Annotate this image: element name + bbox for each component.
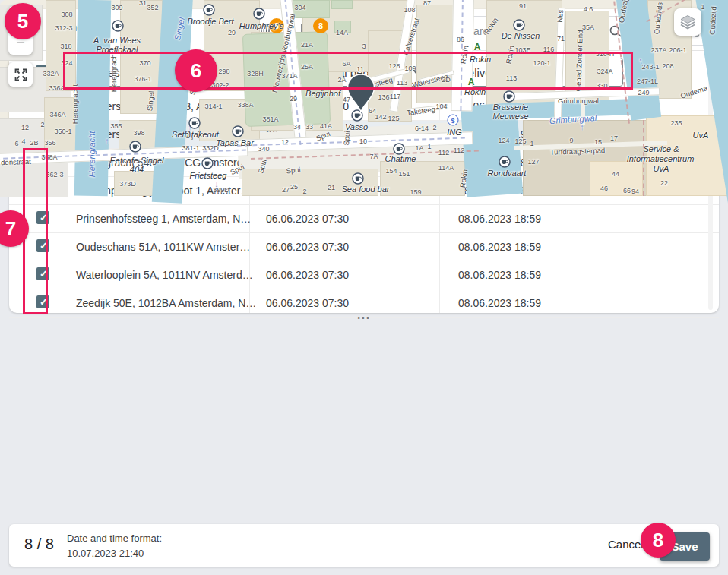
records-panel: Settings 8 8 — [9, 9, 719, 313]
begin-cell: 06.06.2023 07:30 — [266, 213, 458, 225]
search-icon — [608, 24, 623, 39]
map-house-number: 87 — [423, 0, 431, 7]
row-checkbox[interactable] — [36, 127, 49, 140]
end-cell: 08.06.2023 18:59 — [458, 156, 719, 169]
annotation-step-6: 6 — [175, 49, 217, 92]
row-checkbox-cell — [9, 155, 76, 170]
toolbar-divider-2 — [641, 14, 641, 46]
add-record-button[interactable] — [121, 15, 151, 46]
select-all-checkbox[interactable] — [36, 65, 49, 77]
row-checkbox[interactable] — [36, 99, 49, 112]
fullscreen-button[interactable] — [8, 62, 33, 87]
map-layers-button[interactable] — [674, 8, 701, 36]
address-cell: Zeedijk 50E, 1012BA Amsterdam, N… — [76, 297, 266, 309]
address-cell: Waterlooplein 5A, 1011NV Amsterd… — [76, 269, 266, 281]
table-row[interactable]: Oudeschans 51A, 1011KW Amster…06.06.2023… — [9, 233, 719, 261]
row-checkbox-cell — [9, 267, 76, 283]
address-cell: Prinsenhofssteeg 1, Amsterdam, N… — [76, 213, 266, 225]
table-row[interactable]: Reguliersdwarsstraat 33, Amsterda…06.06.… — [9, 93, 719, 121]
end-cell: 08.06.2023 18:59 — [458, 185, 719, 197]
end-cell: 08.06.2023 18:59 — [458, 297, 719, 309]
undo-button[interactable] — [207, 15, 237, 46]
table-row[interactable]: Herengracht 548, 1017CG Amsterd…06.06.20… — [9, 149, 719, 177]
row-checkbox-cell — [9, 295, 76, 311]
splitter-handle[interactable]: ••• — [0, 311, 728, 323]
table-row[interactable]: Prinsenhofssteeg 1, Amsterdam, N…06.06.2… — [9, 205, 719, 233]
table-row[interactable]: Waterlooplein 5A, 1011NV Amsterd…06.06.2… — [9, 261, 719, 289]
search-input[interactable] — [450, 25, 608, 37]
chevron-down-icon — [413, 70, 420, 74]
column-label: Delivery interval end — [460, 66, 563, 79]
column-label: Address — [84, 66, 125, 79]
vertical-scrollbar[interactable] — [708, 55, 713, 310]
footer-bar: 8 / 8 Date and time format: 10.07.2023 2… — [9, 524, 719, 567]
row-checkbox[interactable] — [36, 239, 49, 252]
end-cell: 08.06.2023 19:00 — [458, 100, 719, 112]
row-checkbox-cell — [9, 183, 76, 198]
save-badge: 8 — [313, 18, 328, 33]
toolbar-divider — [108, 14, 109, 46]
add-column-button[interactable] — [163, 15, 194, 46]
cancel-button[interactable]: Cancel — [608, 538, 644, 551]
row-checkbox-cell — [9, 127, 76, 142]
map-house-number: 31 — [139, 0, 147, 7]
datetime-format-value: 10.07.2023 21:40 — [67, 546, 162, 561]
address-cell: Reguliersdwarsstraat 33, Amsterda… — [76, 100, 266, 112]
begin-cell: 06.06.2023 07:30 — [266, 241, 458, 253]
chevron-down-icon — [604, 70, 612, 74]
settings-label: Settings — [48, 21, 89, 33]
column-selector-end[interactable]: Delivery interval end — [448, 58, 623, 87]
address-cell: Reguliersdwarsstraat 20, 1017BM … — [76, 128, 266, 141]
row-checkbox[interactable] — [36, 183, 49, 196]
column-selector-begin[interactable]: Delivery interval beginni… — [255, 58, 432, 87]
end-cell: 08.06.2023 18:59 — [458, 241, 719, 253]
begin-cell: 06.06.2023 07:30 — [266, 156, 458, 169]
begin-cell: 06.06.2023 07:30 — [266, 185, 458, 197]
table-header: Address Delivery interval beginni… Deliv… — [9, 50, 719, 93]
begin-cell: 06.06.2023 07:30 — [266, 100, 458, 112]
end-cell: 08.06.2023 19:00 — [458, 128, 719, 141]
end-cell: 08.06.2023 18:59 — [458, 213, 719, 225]
begin-cell: 06.06.2023 07:30 — [266, 269, 458, 281]
column-label: Delivery interval beginni… — [266, 66, 398, 79]
datetime-format: Date and time format: 10.07.2023 21:40 — [67, 531, 162, 561]
splitter-dots: ••• — [357, 313, 371, 322]
table-row[interactable]: Gedempte Begijnensloot 1, Amster…06.06.2… — [9, 177, 719, 205]
app-window: Settings 8 8 — [0, 0, 728, 575]
table-row[interactable]: Reguliersdwarsstraat 20, 1017BM …06.06.2… — [9, 121, 719, 149]
annotation-step-5: 5 — [5, 3, 41, 39]
begin-cell: 06.06.2023 07:30 — [266, 128, 458, 141]
toolbar: Settings 8 8 — [9, 9, 719, 51]
address-cell: Gedempte Begijnensloot 1, Amster… — [76, 185, 266, 197]
delete-badge: 8 — [269, 18, 284, 33]
table-body: Reguliersdwarsstraat 33, Amsterda…06.06.… — [9, 93, 719, 318]
row-checkbox[interactable] — [36, 211, 49, 224]
annotation-step-8: 8 — [641, 523, 676, 558]
end-cell: 08.06.2023 18:59 — [458, 269, 719, 281]
search-box — [449, 16, 631, 46]
address-cell: Oudeschans 51A, 1011KW Amster… — [76, 241, 266, 253]
row-checkbox[interactable] — [36, 155, 49, 168]
row-checkbox-cell — [9, 99, 76, 114]
row-checkbox[interactable] — [36, 267, 49, 280]
selected-count: 8 / 8 — [24, 536, 54, 553]
datetime-format-label: Date and time format: — [67, 531, 162, 546]
begin-cell: 06.06.2023 07:30 — [266, 297, 458, 309]
row-checkbox[interactable] — [36, 295, 49, 308]
chevron-down-icon — [223, 70, 230, 74]
address-cell: Herengracht 548, 1017CG Amsterd… — [76, 156, 266, 169]
